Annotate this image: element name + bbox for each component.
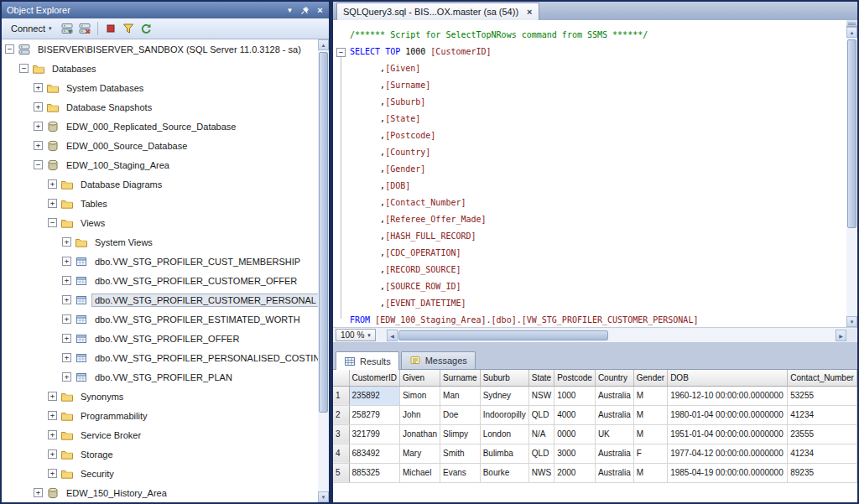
tab-results[interactable]: Results bbox=[336, 351, 399, 370]
expand-expander-icon[interactable]: + bbox=[34, 83, 43, 92]
expand-expander-icon[interactable]: + bbox=[48, 411, 57, 420]
tree-item-label[interactable]: dbo.VW_STG_PROFILER_PERSONALISED_COSTING bbox=[91, 351, 318, 365]
tree-item[interactable]: +dbo.VW_STG_PROFILER_PLAN bbox=[2, 367, 318, 387]
disconnect-server-icon[interactable] bbox=[77, 21, 92, 36]
grid-cell[interactable]: NWS bbox=[528, 463, 554, 482]
grid-cell[interactable]: Sydney bbox=[480, 386, 528, 405]
grid-cell[interactable]: UK bbox=[595, 424, 633, 444]
tree-item[interactable]: +EDW_150_History_Area bbox=[2, 483, 318, 502]
grid-cell[interactable]: 1960-12-10 00:00:00.0000000 bbox=[668, 386, 788, 405]
grid-cell[interactable]: 1980-01-04 00:00:00.0000000 bbox=[668, 405, 788, 424]
tree-scrollbar[interactable]: ▲ ▼ bbox=[318, 39, 329, 502]
expand-expander-icon[interactable]: + bbox=[62, 237, 71, 247]
tree-item-label[interactable]: dbo.VW_STG_PROFILER_CUSTOMER_PERSONAL bbox=[91, 294, 318, 307]
grid-cell[interactable]: Mary bbox=[399, 444, 440, 463]
expand-expander-icon[interactable]: + bbox=[62, 334, 71, 343]
split-handle[interactable] bbox=[846, 20, 857, 27]
grid-cell[interactable]: Smith bbox=[440, 444, 481, 463]
collapse-expander-icon[interactable]: − bbox=[5, 44, 14, 54]
tree-item-label[interactable]: dbo.VW_STG_PROFILER_CUST_MEMBERSHIP bbox=[91, 255, 304, 268]
grid-cell[interactable]: Bourke bbox=[480, 463, 528, 482]
zoom-select[interactable]: 100 % ▾ bbox=[336, 329, 376, 341]
scroll-up-icon[interactable]: ▲ bbox=[846, 27, 857, 38]
grid-cell[interactable]: 41234 bbox=[788, 444, 857, 463]
grid-cell[interactable]: Australia bbox=[595, 386, 633, 405]
tree-item-label[interactable]: dbo.VW_STG_PROFILER_ESTIMATED_WORTH bbox=[91, 313, 304, 326]
grid-cell[interactable]: 1951-01-04 00:00:00.0000000 bbox=[668, 424, 788, 444]
grid-corner-header[interactable] bbox=[333, 370, 349, 386]
grid-cell[interactable]: 3000 bbox=[554, 444, 596, 463]
tree-item-label[interactable]: Tables bbox=[77, 197, 111, 210]
tree-item-label[interactable]: EDW_100_Staging_Area bbox=[63, 158, 173, 172]
expand-expander-icon[interactable]: + bbox=[62, 372, 71, 382]
grid-cell[interactable]: 23555 bbox=[788, 424, 857, 444]
grid-column-header[interactable]: Country bbox=[595, 370, 633, 386]
tree-item-label[interactable]: dbo.VW_STG_PROFILER_PLAN bbox=[91, 371, 236, 384]
grid-cell[interactable]: M bbox=[633, 463, 667, 482]
grid-column-header[interactable]: DOB bbox=[668, 370, 788, 386]
grid-cell[interactable]: Jonathan bbox=[399, 424, 440, 444]
expand-expander-icon[interactable]: + bbox=[62, 276, 71, 285]
tree-item-label[interactable]: EDW_000_Replicated_Source_Database bbox=[63, 120, 239, 133]
grid-cell[interactable]: John bbox=[399, 405, 440, 424]
expand-expander-icon[interactable]: + bbox=[48, 449, 57, 459]
editor-horizontal-scrollbar[interactable]: ◀ ▶ bbox=[387, 329, 846, 342]
tree-item[interactable]: −Databases bbox=[2, 59, 318, 78]
connect-button[interactable]: Connect ▾ bbox=[5, 20, 58, 37]
tree-item-label[interactable]: BISERVER\BISERVER_SANDBOX (SQL Server 11… bbox=[34, 43, 305, 56]
tree-item[interactable]: +Tables bbox=[2, 194, 318, 213]
tree-item[interactable]: +Programmability bbox=[2, 406, 318, 425]
scrollbar-thumb[interactable] bbox=[847, 39, 856, 228]
tree-item-label[interactable]: Storage bbox=[77, 448, 117, 461]
scroll-up-icon[interactable]: ▲ bbox=[318, 39, 329, 50]
expand-expander-icon[interactable]: + bbox=[62, 314, 71, 324]
tab-close-icon[interactable]: × bbox=[527, 8, 532, 17]
scroll-left-icon[interactable]: ◀ bbox=[387, 330, 398, 341]
object-explorer-tree[interactable]: −BISERVER\BISERVER_SANDBOX (SQL Server 1… bbox=[2, 39, 318, 502]
sql-code[interactable]: /****** Script for SelectTopNRows comman… bbox=[333, 20, 846, 327]
tree-item[interactable]: +System Views bbox=[2, 232, 318, 252]
grid-cell[interactable]: 4000 bbox=[554, 405, 596, 424]
tree-item[interactable]: +EDW_000_Replicated_Source_Database bbox=[2, 117, 318, 136]
tree-item[interactable]: +EDW_000_Source_Database bbox=[2, 136, 318, 155]
grid-cell[interactable]: Australia bbox=[595, 444, 633, 463]
scroll-right-icon[interactable]: ▶ bbox=[836, 330, 846, 341]
grid-column-header[interactable]: State bbox=[528, 370, 554, 386]
grid-cell[interactable]: Doe bbox=[440, 405, 481, 424]
tree-item-label[interactable]: dbo.VW_STG_PROFILER_OFFER bbox=[91, 332, 242, 346]
tree-item[interactable]: +Database Snapshots bbox=[2, 97, 318, 117]
grid-cell[interactable]: 2000 bbox=[554, 463, 596, 482]
grid-cell[interactable]: Michael bbox=[399, 463, 440, 482]
grid-row-header[interactable]: 1 bbox=[333, 386, 349, 405]
connect-server-icon[interactable] bbox=[60, 21, 75, 36]
expand-expander-icon[interactable]: + bbox=[48, 199, 57, 208]
grid-cell[interactable]: 258279 bbox=[349, 405, 399, 424]
grid-cell[interactable]: Indooropilly bbox=[480, 405, 528, 424]
editor-scrollbar[interactable]: ▲ ▼ bbox=[846, 20, 857, 327]
query-document-tab[interactable]: SQLQuery3.sql - BIS...OX.master (sa (54)… bbox=[336, 3, 539, 20]
tree-item[interactable]: +System Databases bbox=[2, 78, 318, 97]
scrollbar-thumb[interactable] bbox=[398, 330, 608, 340]
refresh-icon[interactable] bbox=[138, 21, 154, 36]
stop-icon[interactable] bbox=[103, 21, 118, 36]
grid-cell[interactable]: QLD bbox=[528, 444, 554, 463]
expand-expander-icon[interactable]: + bbox=[48, 469, 57, 478]
expand-expander-icon[interactable]: + bbox=[48, 392, 57, 401]
sql-editor[interactable]: − /****** Script for SelectTopNRows comm… bbox=[333, 20, 857, 327]
collapse-expander-icon[interactable]: − bbox=[34, 160, 43, 169]
tree-item[interactable]: +dbo.VW_STG_PROFILER_OFFER bbox=[2, 329, 318, 348]
grid-cell[interactable]: QLD bbox=[528, 405, 554, 424]
grid-cell[interactable]: N/A bbox=[528, 424, 554, 444]
tree-item-label[interactable]: Service Broker bbox=[77, 429, 144, 442]
tree-item-label[interactable]: dbo.VW_STG_PROFILER_CUSTOMER_OFFER bbox=[91, 274, 300, 288]
tree-item-label[interactable]: Security bbox=[77, 467, 117, 481]
scrollbar-thumb[interactable] bbox=[319, 52, 328, 413]
grid-cell[interactable]: 1985-04-19 00:00:00.0000000 bbox=[668, 463, 788, 482]
expand-expander-icon[interactable]: + bbox=[34, 122, 43, 131]
tree-item[interactable]: +dbo.VW_STG_PROFILER_PERSONALISED_COSTIN… bbox=[2, 348, 318, 367]
grid-cell[interactable]: 41234 bbox=[788, 405, 857, 424]
grid-cell[interactable]: Man bbox=[440, 386, 481, 405]
grid-column-header[interactable]: Gender bbox=[633, 370, 667, 386]
grid-column-header[interactable]: Postcode bbox=[554, 370, 596, 386]
grid-column-header[interactable]: CustomerID bbox=[349, 370, 399, 386]
